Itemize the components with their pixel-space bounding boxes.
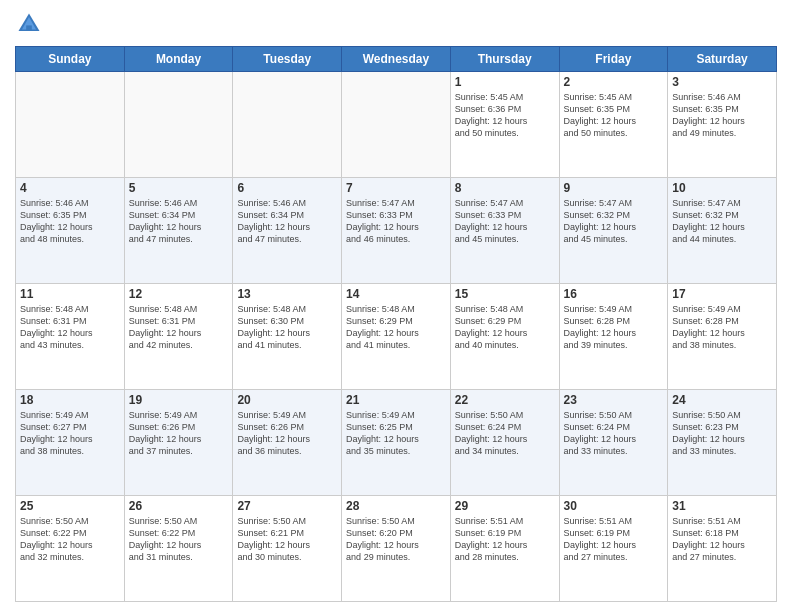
day-of-week-wednesday: Wednesday xyxy=(342,47,451,72)
day-info: Sunrise: 5:46 AM Sunset: 6:34 PM Dayligh… xyxy=(237,197,337,246)
day-number: 19 xyxy=(129,393,229,407)
calendar-body: 1Sunrise: 5:45 AM Sunset: 6:36 PM Daylig… xyxy=(16,72,777,602)
day-number: 27 xyxy=(237,499,337,513)
day-info: Sunrise: 5:46 AM Sunset: 6:34 PM Dayligh… xyxy=(129,197,229,246)
calendar-cell: 27Sunrise: 5:50 AM Sunset: 6:21 PM Dayli… xyxy=(233,496,342,602)
day-info: Sunrise: 5:50 AM Sunset: 6:22 PM Dayligh… xyxy=(129,515,229,564)
day-number: 24 xyxy=(672,393,772,407)
calendar-cell: 8Sunrise: 5:47 AM Sunset: 6:33 PM Daylig… xyxy=(450,178,559,284)
calendar-cell: 18Sunrise: 5:49 AM Sunset: 6:27 PM Dayli… xyxy=(16,390,125,496)
day-info: Sunrise: 5:46 AM Sunset: 6:35 PM Dayligh… xyxy=(672,91,772,140)
day-info: Sunrise: 5:50 AM Sunset: 6:24 PM Dayligh… xyxy=(564,409,664,458)
day-of-week-thursday: Thursday xyxy=(450,47,559,72)
calendar-week-2: 4Sunrise: 5:46 AM Sunset: 6:35 PM Daylig… xyxy=(16,178,777,284)
day-number: 25 xyxy=(20,499,120,513)
day-info: Sunrise: 5:49 AM Sunset: 6:27 PM Dayligh… xyxy=(20,409,120,458)
day-number: 10 xyxy=(672,181,772,195)
day-number: 23 xyxy=(564,393,664,407)
calendar-cell: 29Sunrise: 5:51 AM Sunset: 6:19 PM Dayli… xyxy=(450,496,559,602)
calendar-cell: 30Sunrise: 5:51 AM Sunset: 6:19 PM Dayli… xyxy=(559,496,668,602)
day-info: Sunrise: 5:45 AM Sunset: 6:36 PM Dayligh… xyxy=(455,91,555,140)
day-info: Sunrise: 5:47 AM Sunset: 6:33 PM Dayligh… xyxy=(455,197,555,246)
day-info: Sunrise: 5:45 AM Sunset: 6:35 PM Dayligh… xyxy=(564,91,664,140)
calendar-cell: 22Sunrise: 5:50 AM Sunset: 6:24 PM Dayli… xyxy=(450,390,559,496)
day-info: Sunrise: 5:48 AM Sunset: 6:29 PM Dayligh… xyxy=(346,303,446,352)
calendar-cell: 20Sunrise: 5:49 AM Sunset: 6:26 PM Dayli… xyxy=(233,390,342,496)
header xyxy=(15,10,777,38)
day-info: Sunrise: 5:50 AM Sunset: 6:22 PM Dayligh… xyxy=(20,515,120,564)
day-number: 5 xyxy=(129,181,229,195)
day-number: 28 xyxy=(346,499,446,513)
calendar-cell xyxy=(233,72,342,178)
calendar-week-1: 1Sunrise: 5:45 AM Sunset: 6:36 PM Daylig… xyxy=(16,72,777,178)
day-info: Sunrise: 5:50 AM Sunset: 6:23 PM Dayligh… xyxy=(672,409,772,458)
calendar-table: SundayMondayTuesdayWednesdayThursdayFrid… xyxy=(15,46,777,602)
day-info: Sunrise: 5:51 AM Sunset: 6:19 PM Dayligh… xyxy=(455,515,555,564)
calendar-cell: 28Sunrise: 5:50 AM Sunset: 6:20 PM Dayli… xyxy=(342,496,451,602)
day-of-week-sunday: Sunday xyxy=(16,47,125,72)
day-of-week-friday: Friday xyxy=(559,47,668,72)
day-info: Sunrise: 5:48 AM Sunset: 6:30 PM Dayligh… xyxy=(237,303,337,352)
calendar-week-4: 18Sunrise: 5:49 AM Sunset: 6:27 PM Dayli… xyxy=(16,390,777,496)
calendar-cell: 1Sunrise: 5:45 AM Sunset: 6:36 PM Daylig… xyxy=(450,72,559,178)
day-info: Sunrise: 5:50 AM Sunset: 6:21 PM Dayligh… xyxy=(237,515,337,564)
calendar-cell: 11Sunrise: 5:48 AM Sunset: 6:31 PM Dayli… xyxy=(16,284,125,390)
calendar-cell: 3Sunrise: 5:46 AM Sunset: 6:35 PM Daylig… xyxy=(668,72,777,178)
day-number: 9 xyxy=(564,181,664,195)
day-info: Sunrise: 5:48 AM Sunset: 6:29 PM Dayligh… xyxy=(455,303,555,352)
day-number: 12 xyxy=(129,287,229,301)
calendar-cell: 31Sunrise: 5:51 AM Sunset: 6:18 PM Dayli… xyxy=(668,496,777,602)
day-of-week-saturday: Saturday xyxy=(668,47,777,72)
calendar-cell: 10Sunrise: 5:47 AM Sunset: 6:32 PM Dayli… xyxy=(668,178,777,284)
calendar-cell: 12Sunrise: 5:48 AM Sunset: 6:31 PM Dayli… xyxy=(124,284,233,390)
logo xyxy=(15,10,47,38)
day-info: Sunrise: 5:48 AM Sunset: 6:31 PM Dayligh… xyxy=(20,303,120,352)
day-number: 1 xyxy=(455,75,555,89)
calendar-cell xyxy=(342,72,451,178)
calendar-cell: 14Sunrise: 5:48 AM Sunset: 6:29 PM Dayli… xyxy=(342,284,451,390)
day-number: 15 xyxy=(455,287,555,301)
day-number: 16 xyxy=(564,287,664,301)
day-info: Sunrise: 5:49 AM Sunset: 6:28 PM Dayligh… xyxy=(564,303,664,352)
day-info: Sunrise: 5:46 AM Sunset: 6:35 PM Dayligh… xyxy=(20,197,120,246)
calendar-cell: 21Sunrise: 5:49 AM Sunset: 6:25 PM Dayli… xyxy=(342,390,451,496)
day-info: Sunrise: 5:50 AM Sunset: 6:20 PM Dayligh… xyxy=(346,515,446,564)
day-info: Sunrise: 5:49 AM Sunset: 6:28 PM Dayligh… xyxy=(672,303,772,352)
day-info: Sunrise: 5:49 AM Sunset: 6:25 PM Dayligh… xyxy=(346,409,446,458)
day-number: 4 xyxy=(20,181,120,195)
calendar-cell xyxy=(16,72,125,178)
day-number: 17 xyxy=(672,287,772,301)
day-number: 13 xyxy=(237,287,337,301)
day-number: 2 xyxy=(564,75,664,89)
day-info: Sunrise: 5:47 AM Sunset: 6:32 PM Dayligh… xyxy=(564,197,664,246)
calendar-cell: 4Sunrise: 5:46 AM Sunset: 6:35 PM Daylig… xyxy=(16,178,125,284)
calendar-cell: 9Sunrise: 5:47 AM Sunset: 6:32 PM Daylig… xyxy=(559,178,668,284)
day-number: 14 xyxy=(346,287,446,301)
day-info: Sunrise: 5:47 AM Sunset: 6:32 PM Dayligh… xyxy=(672,197,772,246)
day-number: 29 xyxy=(455,499,555,513)
page: SundayMondayTuesdayWednesdayThursdayFrid… xyxy=(0,0,792,612)
day-number: 11 xyxy=(20,287,120,301)
svg-rect-2 xyxy=(26,25,32,31)
calendar-cell: 6Sunrise: 5:46 AM Sunset: 6:34 PM Daylig… xyxy=(233,178,342,284)
day-info: Sunrise: 5:51 AM Sunset: 6:18 PM Dayligh… xyxy=(672,515,772,564)
calendar-cell: 24Sunrise: 5:50 AM Sunset: 6:23 PM Dayli… xyxy=(668,390,777,496)
day-number: 20 xyxy=(237,393,337,407)
day-of-week-tuesday: Tuesday xyxy=(233,47,342,72)
calendar-cell xyxy=(124,72,233,178)
calendar-week-5: 25Sunrise: 5:50 AM Sunset: 6:22 PM Dayli… xyxy=(16,496,777,602)
calendar-cell: 25Sunrise: 5:50 AM Sunset: 6:22 PM Dayli… xyxy=(16,496,125,602)
calendar-cell: 2Sunrise: 5:45 AM Sunset: 6:35 PM Daylig… xyxy=(559,72,668,178)
day-number: 22 xyxy=(455,393,555,407)
calendar-cell: 17Sunrise: 5:49 AM Sunset: 6:28 PM Dayli… xyxy=(668,284,777,390)
day-number: 26 xyxy=(129,499,229,513)
calendar-cell: 5Sunrise: 5:46 AM Sunset: 6:34 PM Daylig… xyxy=(124,178,233,284)
day-of-week-monday: Monday xyxy=(124,47,233,72)
calendar-cell: 19Sunrise: 5:49 AM Sunset: 6:26 PM Dayli… xyxy=(124,390,233,496)
calendar-cell: 23Sunrise: 5:50 AM Sunset: 6:24 PM Dayli… xyxy=(559,390,668,496)
day-number: 18 xyxy=(20,393,120,407)
day-info: Sunrise: 5:48 AM Sunset: 6:31 PM Dayligh… xyxy=(129,303,229,352)
day-info: Sunrise: 5:49 AM Sunset: 6:26 PM Dayligh… xyxy=(237,409,337,458)
day-info: Sunrise: 5:49 AM Sunset: 6:26 PM Dayligh… xyxy=(129,409,229,458)
day-number: 8 xyxy=(455,181,555,195)
